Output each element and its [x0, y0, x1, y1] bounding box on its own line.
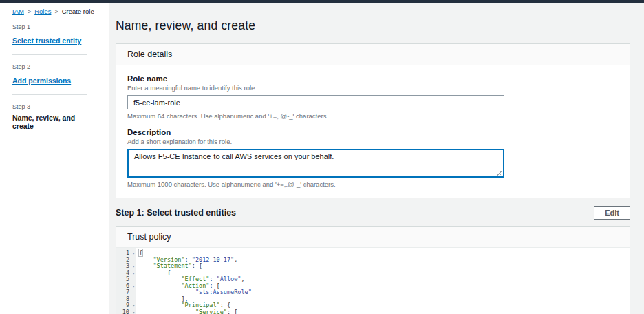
description-field-block: Description Add a short explanation for … [127, 128, 619, 188]
code-line: "Service": [ [139, 309, 630, 314]
code-fold-icon[interactable]: ▾ [132, 309, 135, 314]
step1-section-row: Step 1: Select trusted entities Edit [116, 206, 630, 220]
sidebar-step-select-trusted-entity[interactable]: Select trusted entity [12, 36, 81, 45]
trust-policy-panel: Trust policy 1▾23▾4▾56▾789▾10▾1112131415… [116, 226, 630, 314]
description-textarea[interactable]: Allows F5-CE Instance to call AWS servic… [127, 149, 504, 178]
sidebar-divider [12, 54, 87, 55]
code-fold-icon[interactable]: ▾ [132, 302, 135, 309]
json-punctuation: : { [220, 302, 230, 308]
trust-policy-code-editor[interactable]: 1▾23▾4▾56▾789▾10▾111213141516 { "Version… [116, 248, 630, 314]
code-line: "sts:AssumeRole" [139, 289, 630, 296]
json-key: "Service" [195, 308, 227, 314]
breadcrumb-separator-icon: > [54, 8, 58, 15]
json-punctuation: : [209, 275, 216, 282]
json-key: "Version" [153, 256, 184, 263]
step-number-label: Step 2 [12, 63, 98, 70]
json-punctuation [139, 262, 153, 269]
json-punctuation: { [139, 269, 171, 276]
steps-list: Step 1Select trusted entityStep 2Add per… [12, 23, 98, 130]
line-number: 10▾ [116, 309, 136, 314]
role-name-hint: Enter a meaningful name to identify this… [127, 84, 619, 92]
json-key: "Principal" [181, 302, 219, 308]
role-name-input[interactable] [127, 95, 504, 109]
role-details-panel: Role details Role name Enter a meaningfu… [116, 43, 630, 198]
resize-handle-icon[interactable] [497, 170, 502, 176]
json-punctuation: , [234, 256, 237, 263]
role-name-label: Role name [127, 74, 619, 83]
json-value: "Allow" [217, 275, 242, 282]
json-punctuation: { [139, 249, 142, 256]
json-punctuation: : [185, 256, 192, 263]
sidebar-divider [12, 94, 87, 95]
description-text: to call AWS services on your behalf. [211, 152, 334, 160]
breadcrumb-item[interactable]: IAM [12, 8, 24, 15]
breadcrumb-item: Create role [62, 8, 94, 15]
json-punctuation: , [241, 275, 244, 282]
page-title: Name, review, and create [116, 19, 630, 33]
main-content: Name, review, and create Role details Ro… [109, 3, 644, 314]
sidebar-step-add-permissions[interactable]: Add permissions [12, 76, 71, 85]
code-fold-icon[interactable]: ▾ [132, 283, 135, 290]
json-value: "2012-10-17" [192, 256, 234, 263]
description-text: Allows F5-CE Instance [134, 152, 211, 160]
breadcrumb-separator-icon: > [28, 8, 31, 15]
json-key: "Action" [181, 282, 209, 289]
sidebar-step-name-review-and-create: Name, review, and create [12, 114, 98, 130]
json-punctuation: : [ [209, 282, 219, 289]
editor-line-number-gutter: 1▾23▾4▾56▾789▾10▾111213141516 [116, 248, 136, 314]
json-punctuation: ], [139, 295, 189, 302]
json-value: "sts:AssumeRole" [195, 289, 252, 295]
json-punctuation [139, 308, 195, 314]
code-fold-icon[interactable]: ▾ [132, 270, 135, 277]
json-punctuation [139, 282, 181, 289]
page-layout: IAM>Roles>Create role Step 1Select trust… [0, 3, 644, 314]
code-fold-icon[interactable]: ▾ [132, 250, 135, 257]
json-punctuation [139, 256, 153, 263]
description-constraint: Maximum 1000 characters. Use alphanumeri… [127, 180, 619, 188]
description-label: Description [127, 128, 619, 136]
step-number-label: Step 3 [12, 103, 98, 110]
json-punctuation [139, 302, 181, 308]
description-hint: Add a short explanation for this role. [127, 138, 619, 145]
role-name-constraint: Maximum 64 characters. Use alphanumeric … [127, 112, 619, 120]
json-punctuation: : [ [192, 262, 202, 269]
code-fold-icon[interactable]: ▾ [132, 263, 135, 270]
json-punctuation [139, 275, 181, 282]
step-number-label: Step 1 [12, 23, 98, 30]
edit-button[interactable]: Edit [594, 206, 630, 220]
json-key: "Statement" [153, 262, 191, 269]
role-details-header: Role details [116, 44, 630, 65]
step1-section-title: Step 1: Select trusted entities [116, 208, 236, 218]
role-details-body: Role name Enter a meaningful name to ide… [116, 65, 630, 198]
code-line: "Version": "2012-10-17", [139, 257, 630, 264]
code-line: "Statement": [ [139, 263, 630, 270]
json-punctuation [139, 289, 195, 295]
steps-sidebar: IAM>Roles>Create role Step 1Select trust… [0, 3, 109, 314]
editor-code-area[interactable]: { "Version": "2012-10-17", "Statement": … [136, 248, 630, 314]
json-key: "Effect" [181, 275, 209, 282]
trust-policy-header: Trust policy [116, 227, 630, 248]
json-punctuation: : [ [227, 308, 237, 314]
breadcrumb-item[interactable]: Roles [34, 8, 51, 15]
breadcrumb: IAM>Roles>Create role [12, 8, 98, 15]
